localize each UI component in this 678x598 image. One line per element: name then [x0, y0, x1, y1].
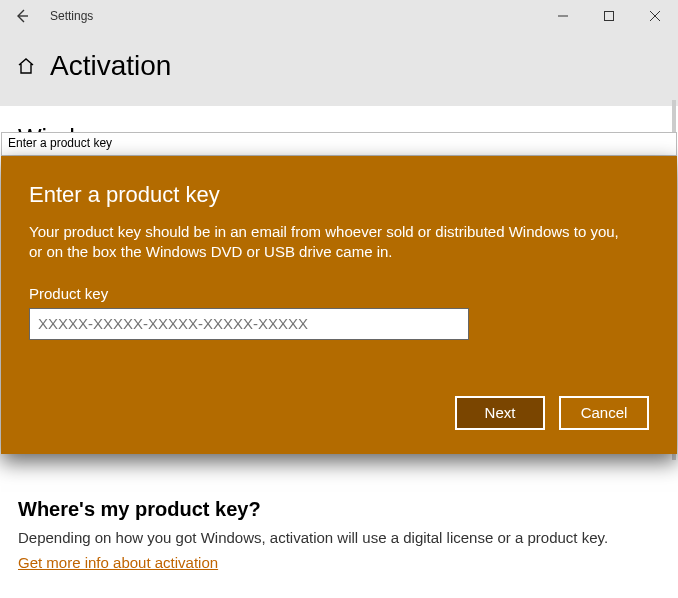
info-section: Where's my product key? Depending on how…: [18, 498, 666, 571]
minimize-button[interactable]: [540, 0, 586, 32]
dialog-heading: Enter a product key: [29, 182, 649, 208]
dialog-description: Your product key should be in an email f…: [29, 222, 629, 263]
product-key-label: Product key: [29, 285, 649, 302]
next-button[interactable]: Next: [455, 396, 545, 430]
window-title: Settings: [50, 9, 93, 23]
svg-rect-2: [605, 12, 614, 21]
info-text: Depending on how you got Windows, activa…: [18, 529, 666, 546]
back-button[interactable]: [8, 2, 36, 30]
dialog-button-row: Next Cancel: [29, 396, 649, 430]
window-titlebar: Settings: [0, 0, 678, 32]
maximize-button[interactable]: [586, 0, 632, 32]
info-heading: Where's my product key?: [18, 498, 666, 521]
page-header: Activation: [0, 32, 678, 106]
dialog-titlebar: Enter a product key: [1, 132, 677, 156]
close-button[interactable]: [632, 0, 678, 32]
window-controls: [540, 0, 678, 32]
product-key-input[interactable]: [29, 308, 469, 340]
home-icon[interactable]: [16, 56, 36, 76]
product-key-dialog: Enter a product key Your product key sho…: [1, 156, 677, 454]
cancel-button[interactable]: Cancel: [559, 396, 649, 430]
page-title: Activation: [50, 50, 171, 82]
more-info-link[interactable]: Get more info about activation: [18, 554, 218, 571]
